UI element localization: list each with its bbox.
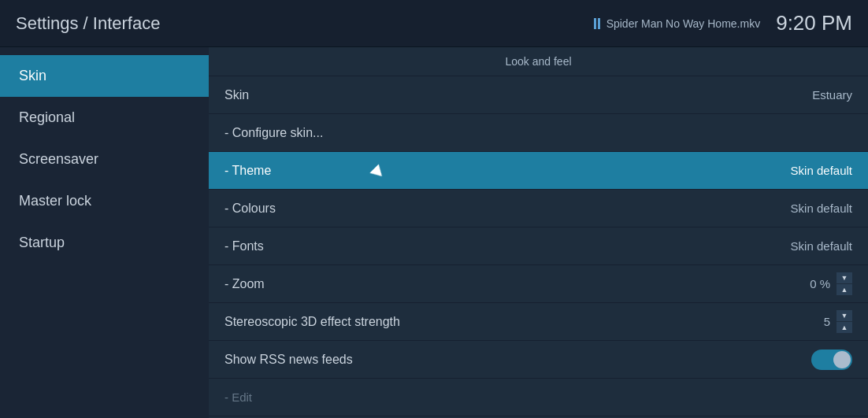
setting-label-zoom: - Zoom	[224, 277, 265, 291]
setting-value-skin: Estuary	[812, 88, 852, 102]
setting-value-zoom: 0 %	[810, 277, 830, 290]
page-title: Settings / Interface	[16, 13, 160, 34]
header: Settings / Interface Spider Man No Way H…	[0, 0, 868, 47]
setting-label-stereoscopic: Stereoscopic 3D effect strength	[224, 315, 400, 329]
stereoscopic-stepper: 5 ▼ ▲	[824, 310, 852, 333]
now-playing-title: Spider Man No Way Home.mkv	[606, 17, 761, 30]
zoom-up-button[interactable]: ▲	[836, 284, 852, 295]
setting-row-fonts[interactable]: - Fonts Skin default	[209, 227, 868, 265]
play-icon	[594, 18, 600, 29]
toggle-knob	[833, 351, 851, 368]
setting-label-colours: - Colours	[224, 202, 276, 216]
setting-label-rss: Show RSS news feeds	[224, 353, 353, 367]
stereoscopic-arrows: ▼ ▲	[836, 310, 852, 333]
main-layout: Skin Regional Screensaver Master lock St…	[0, 47, 868, 418]
setting-row-zoom[interactable]: - Zoom 0 % ▼ ▲	[209, 265, 868, 303]
header-right: Spider Man No Way Home.mkv 9:20 PM	[594, 11, 852, 35]
sidebar-item-screensaver[interactable]: Screensaver	[0, 139, 209, 180]
sidebar: Skin Regional Screensaver Master lock St…	[0, 47, 209, 418]
setting-label-configure-skin: - Configure skin...	[224, 126, 323, 140]
zoom-arrows: ▼ ▲	[836, 272, 852, 295]
sidebar-item-skin[interactable]: Skin	[0, 55, 209, 97]
stereoscopic-up-button[interactable]: ▲	[836, 322, 852, 333]
setting-value-fonts: Skin default	[791, 239, 852, 253]
sidebar-item-regional[interactable]: Regional	[0, 97, 209, 139]
sidebar-item-master-lock-label: Master lock	[19, 193, 91, 209]
setting-label-theme: - Theme	[224, 164, 271, 178]
setting-row-stereoscopic[interactable]: Stereoscopic 3D effect strength 5 ▼ ▲	[209, 303, 868, 341]
section-header: Look and feel	[209, 47, 868, 76]
play-bar-2	[598, 18, 600, 29]
sidebar-item-master-lock[interactable]: Master lock	[0, 180, 209, 222]
setting-label-edit: - Edit	[224, 390, 252, 404]
rss-toggle[interactable]	[811, 350, 852, 370]
setting-row-edit[interactable]: - Edit	[209, 379, 868, 416]
sidebar-item-regional-label: Regional	[19, 109, 75, 125]
content-panel: Look and feel Skin Estuary - Configure s…	[209, 47, 868, 418]
sidebar-item-skin-label: Skin	[19, 68, 46, 83]
setting-row-skin[interactable]: Skin Estuary	[209, 76, 868, 114]
setting-value-colours: Skin default	[791, 202, 852, 215]
stereoscopic-down-button[interactable]: ▼	[836, 310, 852, 321]
setting-value-theme: Skin default	[791, 164, 852, 177]
clock: 9:20 PM	[776, 11, 852, 35]
setting-value-stereoscopic: 5	[824, 315, 830, 328]
sidebar-item-screensaver-label: Screensaver	[19, 151, 98, 167]
setting-label-skin: Skin	[224, 88, 249, 102]
sidebar-item-startup-label: Startup	[19, 235, 65, 250]
play-bar-1	[594, 18, 596, 29]
setting-label-fonts: - Fonts	[224, 239, 264, 253]
zoom-stepper: 0 % ▼ ▲	[810, 272, 852, 295]
setting-row-theme[interactable]: - Theme Skin default	[209, 152, 868, 190]
sidebar-item-startup[interactable]: Startup	[0, 222, 209, 264]
zoom-down-button[interactable]: ▼	[836, 272, 852, 283]
setting-row-rss[interactable]: Show RSS news feeds	[209, 341, 868, 379]
setting-row-colours[interactable]: - Colours Skin default	[209, 190, 868, 227]
setting-row-configure-skin[interactable]: - Configure skin...	[209, 114, 868, 152]
now-playing: Spider Man No Way Home.mkv	[594, 17, 761, 30]
